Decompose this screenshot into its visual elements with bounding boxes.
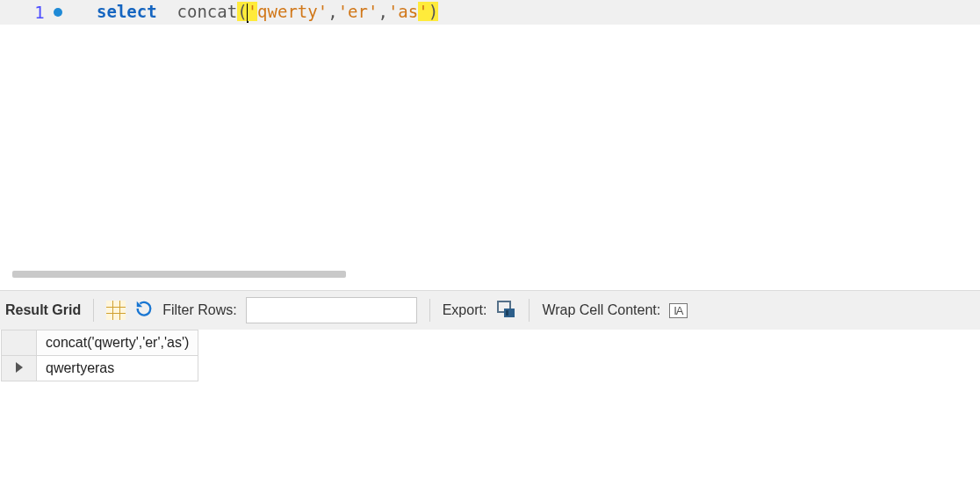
editor-line-current[interactable]: 1 select concat('qwerty','er','as') [0,0,980,25]
statement-marker-icon [54,8,62,17]
separator-icon [429,299,430,322]
keyword-select: select [97,2,157,21]
cell[interactable]: qwertyeras [37,356,198,381]
column-header[interactable]: concat('qwerty','er','as') [37,330,198,356]
table-header-row: concat('qwerty','er','as') [2,330,198,356]
filter-rows-input[interactable] [246,297,417,323]
editor-gutter: 1 [0,3,97,22]
result-grid-label: Result Grid [5,302,81,318]
func-concat: concat [177,2,238,21]
separator-icon [529,299,530,322]
code-line[interactable]: select concat('qwerty','er','as') [97,2,438,23]
svg-rect-1 [504,309,515,317]
sql-editor-pane[interactable]: 1 select concat('qwerty','er','as') [0,0,980,290]
refresh-icon[interactable] [134,299,154,322]
result-grid-table[interactable]: concat('qwerty','er','as') qwertyeras [1,330,198,381]
result-grid-icon[interactable] [106,301,126,320]
editor-horizontal-scrollbar[interactable] [12,271,346,278]
results-pane: Result Grid Filter Rows: Export: Wrap Ce… [0,290,980,381]
row-pointer-icon[interactable] [2,356,37,381]
row-selector-header [2,330,37,356]
wrap-cell-icon[interactable]: IA [669,303,687,318]
table-row[interactable]: qwertyeras [2,356,198,381]
wrap-cell-label: Wrap Cell Content: [542,302,660,318]
export-label: Export: [443,302,487,318]
line-number: 1 [34,3,44,22]
svg-rect-2 [506,310,508,316]
export-icon[interactable] [495,298,516,323]
separator-icon [93,299,94,322]
filter-rows-label: Filter Rows: [162,302,236,318]
results-toolbar: Result Grid Filter Rows: Export: Wrap Ce… [0,291,980,330]
